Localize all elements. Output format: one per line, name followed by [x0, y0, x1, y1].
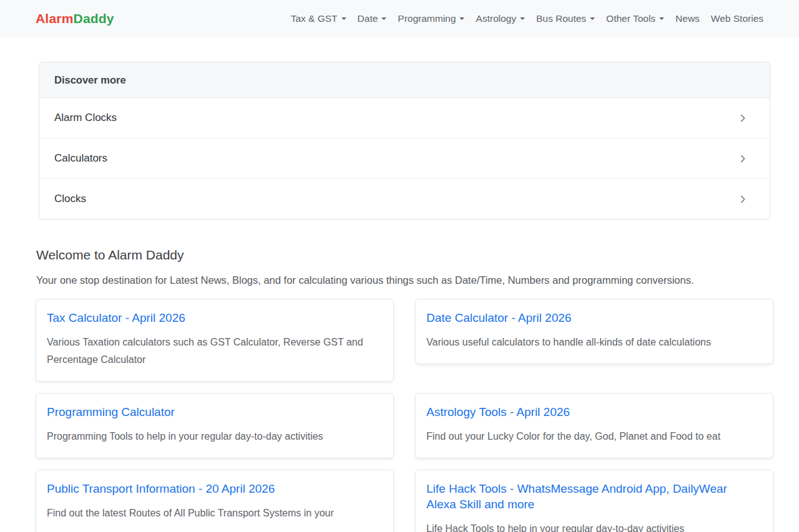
- nav-item-label: Date: [358, 13, 378, 24]
- tool-cards-grid: Tax Calculator - April 2026 Various Taxa…: [36, 299, 774, 532]
- nav-item-tax-gst[interactable]: Tax & GST: [285, 8, 352, 29]
- chevron-right-icon: [738, 153, 748, 164]
- tool-card-date-calculator: Date Calculator - April 2026 Various use…: [415, 299, 773, 364]
- nav-item-web-stories[interactable]: Web Stories: [705, 8, 769, 29]
- caret-down-icon: [459, 17, 464, 20]
- tool-card-astrology-tools: Astrology Tools - April 2026 Find out yo…: [415, 393, 773, 458]
- card-description: Find out your Lucky Color for the day, G…: [426, 428, 762, 445]
- nav-item-news[interactable]: News: [670, 8, 705, 29]
- caret-down-icon: [341, 17, 346, 20]
- discover-item-alarm-clocks[interactable]: Alarm Clocks: [39, 98, 770, 138]
- card-title-link-date-calculator[interactable]: Date Calculator - April 2026: [426, 310, 738, 326]
- chevron-right-icon: [738, 194, 748, 205]
- card-description: Various useful calculators to handle all…: [426, 334, 762, 351]
- card-description: Life Hack Tools to help in your regular …: [426, 520, 762, 532]
- tool-card-programming-calculator: Programming Calculator Programming Tools…: [36, 393, 394, 458]
- caret-down-icon: [659, 17, 664, 20]
- nav-item-date[interactable]: Date: [352, 8, 393, 29]
- discover-item-calculators[interactable]: Calculators: [39, 138, 770, 178]
- chevron-right-icon: [738, 113, 748, 123]
- discover-more-card: Discover more Alarm Clocks Calculators C…: [39, 62, 770, 220]
- discover-more-header: Discover more: [39, 62, 770, 98]
- nav-item-programming[interactable]: Programming: [392, 8, 470, 29]
- welcome-heading: Welcome to Alarm Daddy: [36, 246, 774, 264]
- brand-logo[interactable]: AlarmDaddy: [36, 11, 114, 26]
- nav-item-other-tools[interactable]: Other Tools: [600, 8, 670, 29]
- card-title-link-astrology-tools[interactable]: Astrology Tools - April 2026: [426, 404, 738, 420]
- nav-item-astrology[interactable]: Astrology: [470, 8, 531, 29]
- welcome-description: Your one stop destination for Latest New…: [36, 271, 707, 289]
- card-title-link-life-hack-tools[interactable]: Life Hack Tools - WhatsMessage Android A…: [426, 481, 738, 512]
- card-title-link-public-transport[interactable]: Public Transport Information - 20 April …: [47, 481, 359, 496]
- caret-down-icon: [381, 17, 386, 20]
- caret-down-icon: [520, 17, 525, 20]
- nav-item-bus-routes[interactable]: Bus Routes: [531, 8, 600, 29]
- tool-card-tax-calculator: Tax Calculator - April 2026 Various Taxa…: [36, 299, 394, 382]
- brand-logo-daddy: Daddy: [74, 11, 114, 26]
- card-title-link-tax-calculator[interactable]: Tax Calculator - April 2026: [47, 310, 359, 326]
- nav-item-label: Bus Routes: [536, 13, 586, 24]
- nav-item-label: Astrology: [476, 13, 516, 24]
- nav-item-label: Tax & GST: [291, 13, 338, 24]
- discover-item-clocks[interactable]: Clocks: [39, 178, 770, 219]
- page-main: Discover more Alarm Clocks Calculators C…: [0, 62, 799, 532]
- nav-item-label: Programming: [398, 13, 456, 24]
- site-header: AlarmDaddy Tax & GST Date Programming As…: [0, 0, 799, 37]
- card-description: Find out the latest Routes of All Public…: [47, 505, 383, 522]
- tool-card-life-hack-tools: Life Hack Tools - WhatsMessage Android A…: [415, 470, 773, 532]
- discover-item-label: Calculators: [54, 152, 107, 165]
- nav-item-label: Other Tools: [606, 13, 655, 24]
- card-description: Various Taxation calculators such as GST…: [47, 334, 383, 369]
- card-description: Programming Tools to help in your regula…: [47, 428, 383, 445]
- nav-item-label: Web Stories: [711, 13, 763, 24]
- tool-card-public-transport: Public Transport Information - 20 April …: [36, 470, 394, 532]
- card-title-link-programming-calculator[interactable]: Programming Calculator: [47, 404, 359, 420]
- discover-item-label: Clocks: [54, 192, 86, 206]
- main-nav: Tax & GST Date Programming Astrology Bus…: [285, 8, 769, 29]
- nav-item-label: News: [675, 13, 700, 24]
- brand-logo-alarm: Alarm: [36, 11, 74, 26]
- caret-down-icon: [590, 17, 595, 20]
- discover-item-label: Alarm Clocks: [54, 111, 117, 125]
